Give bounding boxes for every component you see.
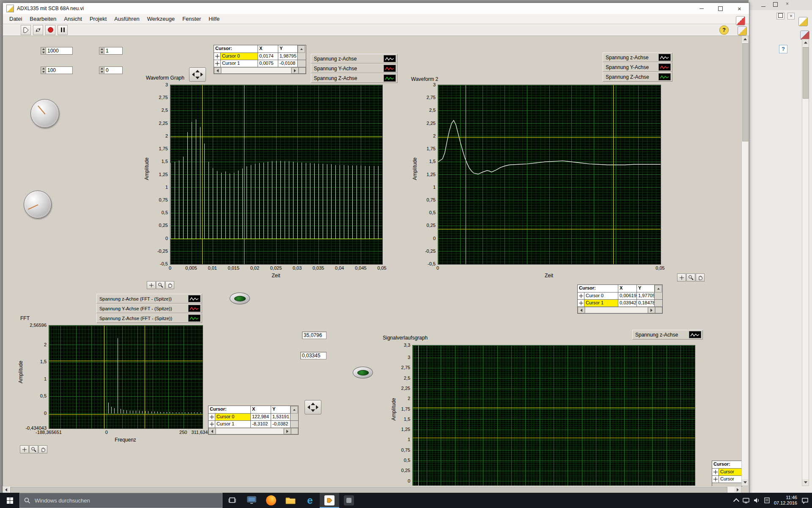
cursor-scroll-up-button[interactable] (298, 45, 305, 53)
msdiv2-knob[interactable] (24, 190, 52, 218)
context-help-button[interactable]: ? (719, 25, 729, 35)
offset-value[interactable]: 0 (104, 66, 123, 74)
legend-item[interactable]: Spannung Y-Achse (FFT - (Spitze)) (96, 304, 202, 313)
plot-style-icon[interactable] (384, 65, 396, 72)
legend-item[interactable]: Spannung Y-Achse (603, 62, 672, 72)
amplitude-value[interactable]: 1 (104, 47, 123, 55)
cursor-row[interactable]: Cursor 0 0,00619 1,97705 (578, 293, 662, 300)
msdiv-knob[interactable] (30, 99, 59, 128)
menu-item-fenster[interactable]: Fenster (178, 14, 205, 23)
cursor-scroll-left-button[interactable] (208, 428, 216, 434)
plot-style-icon[interactable] (384, 55, 396, 62)
bg2-maximize-button[interactable] (776, 13, 785, 19)
pan-tool-button[interactable] (696, 273, 705, 282)
cursor-row[interactable]: Cursor 1 0,0075 -0,0108 (214, 60, 306, 67)
plot-style-icon[interactable] (188, 315, 200, 322)
cursor-row-name[interactable]: Cursor (719, 469, 742, 476)
plot-style-icon[interactable] (689, 331, 701, 338)
plot-style-icon[interactable] (658, 64, 671, 71)
cursor-tool-button[interactable] (677, 273, 686, 282)
background-scrollbar[interactable] (802, 39, 809, 486)
plot-style-icon[interactable] (658, 54, 671, 61)
tray-expand-icon[interactable] (733, 498, 739, 504)
cursor-row-name[interactable]: Cursor 0 (584, 293, 618, 300)
tray-volume-icon[interactable] (754, 497, 760, 503)
scroll-right-button[interactable] (735, 486, 741, 493)
minimize-button[interactable] (692, 3, 711, 14)
cursor-row[interactable]: Cursor 0 122,984 1,53191 (208, 414, 298, 421)
bg-close-button[interactable]: × (786, 1, 789, 7)
bg-minimize-button[interactable] (761, 2, 765, 8)
legend-item[interactable]: Spannung Z-Achse (603, 72, 672, 82)
vertical-scrollbar[interactable] (741, 36, 749, 486)
cursor-scrollbar-track[interactable] (216, 428, 284, 434)
menu-item-werkzeuge[interactable]: Werkzeuge (143, 14, 179, 23)
app-icon-monitor[interactable] (242, 493, 261, 508)
sample-anzahl-value[interactable]: 100 (46, 66, 73, 74)
taskbar-search[interactable] (19, 493, 222, 508)
scroll-left-button[interactable] (3, 486, 9, 493)
cursor-row-name[interactable]: Cursor 0 (215, 414, 251, 421)
cursor-row-name[interactable]: Cursor (719, 476, 742, 483)
cursor-row-name[interactable]: Cursor 1 (584, 300, 618, 307)
legend-item[interactable]: Spannung Y-Achse (311, 64, 398, 73)
corner-icon-2[interactable] (738, 26, 747, 36)
horizontal-scrollbar[interactable] (3, 486, 741, 493)
legend-item[interactable]: Spannung Z-Achse (311, 73, 398, 83)
app-icon-file-explorer[interactable] (281, 493, 300, 508)
menu-item-projekt[interactable]: Projekt (86, 14, 110, 23)
pan-tool-button[interactable] (165, 281, 174, 289)
waveform-graph-plot[interactable] (170, 85, 383, 265)
menu-item-ansicht[interactable]: Ansicht (60, 14, 86, 23)
cursor-tool-button[interactable] (147, 281, 156, 289)
horizontal-scrollbar-thumb[interactable] (10, 487, 727, 493)
cursor-scroll-right-button[interactable] (291, 67, 299, 74)
cursor-scrollbar-track[interactable] (221, 67, 291, 74)
waveform2-graph-plot[interactable] (438, 85, 661, 265)
bg-scroll-down-button[interactable] (802, 479, 809, 486)
task-view-button[interactable] (222, 493, 242, 508)
background-help-icon[interactable]: ? (779, 45, 787, 53)
pan-diamond-button[interactable] (189, 67, 206, 82)
taskbar-clock[interactable]: 11:46 07.12.2016 (774, 495, 797, 506)
legend-item[interactable]: Spannung z-Achse (FFT - (Spitze)) (96, 294, 202, 304)
bg-scroll-up-button[interactable] (802, 39, 809, 46)
maximize-button[interactable] (711, 3, 730, 14)
sample-anzahl-spinner[interactable] (41, 66, 46, 74)
amplitude-spinner[interactable] (99, 47, 104, 55)
signalverlaufsgraph-plot[interactable] (412, 345, 695, 486)
notification-center-icon[interactable] (801, 497, 809, 504)
close-button[interactable]: × (730, 3, 749, 14)
cursor-scroll-left-button[interactable] (578, 307, 585, 313)
cursor-scroll-right-button[interactable] (284, 428, 291, 434)
tray-network-icon[interactable] (743, 497, 749, 503)
app-icon-ni[interactable] (339, 493, 359, 508)
app-icon-labview[interactable] (320, 493, 339, 508)
trigger-button[interactable] (230, 293, 250, 304)
zoom-tool-button[interactable] (156, 281, 165, 289)
cursor-row[interactable]: Cursor (712, 476, 742, 483)
zoom-tool-button[interactable] (29, 445, 38, 453)
bg-maximize-button[interactable] (773, 2, 778, 8)
menu-item-ausfuehren[interactable]: Ausführen (110, 14, 143, 23)
legend-item[interactable]: Spannung z-Achse (311, 54, 398, 64)
background-app-icon-1[interactable] (798, 17, 808, 26)
frequenzabtastrate-value[interactable]: 1000 (46, 47, 73, 55)
fft-graph-plot[interactable] (49, 325, 203, 429)
pan-tool-button[interactable] (38, 445, 47, 453)
abort-button[interactable] (45, 25, 55, 35)
corner-icon-1[interactable] (736, 16, 745, 25)
run-continuous-button[interactable] (33, 25, 43, 35)
cursor-scrollbar-track[interactable] (585, 307, 648, 313)
cursor-row-name[interactable]: Cursor 0 (221, 53, 258, 60)
bg2-close-button[interactable]: × (787, 13, 795, 19)
app-icon-firefox[interactable] (261, 493, 281, 508)
cursor-scroll-right-button[interactable] (648, 307, 655, 313)
run-button[interactable] (21, 25, 31, 35)
plot-style-icon[interactable] (188, 305, 200, 312)
cursor-scroll-up-button[interactable] (291, 406, 298, 414)
scroll-down-button[interactable] (742, 479, 748, 486)
cursor-row-name[interactable]: Cursor 1 (221, 60, 258, 67)
offset-spinner[interactable] (99, 66, 104, 74)
legend-item[interactable]: Spannung z-Achse (603, 52, 672, 62)
